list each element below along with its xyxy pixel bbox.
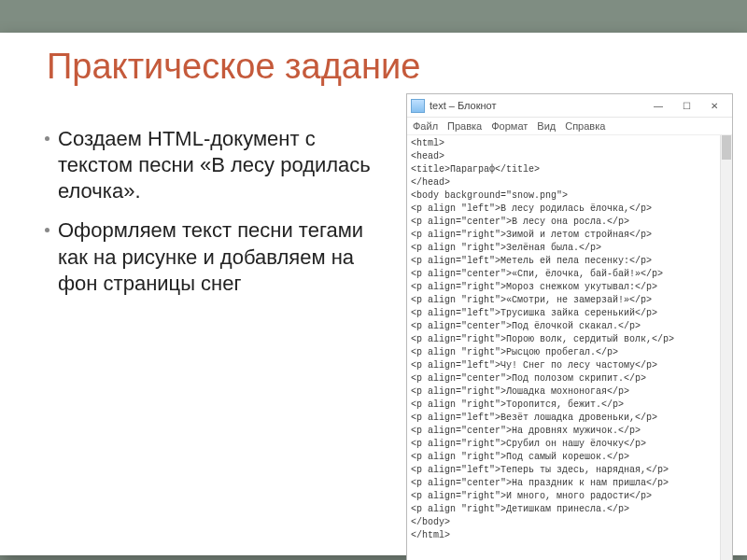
code-line: <p align="center">Под полозом скрипит.</… bbox=[411, 372, 717, 385]
code-line: <p align="left">Метель ей пела песенку:<… bbox=[411, 255, 717, 268]
code-line: <head> bbox=[411, 150, 717, 163]
list-item: Оформляем текст песни тегами как на рису… bbox=[45, 217, 390, 296]
minimize-button[interactable]: — bbox=[644, 96, 672, 115]
menu-help[interactable]: Справка bbox=[565, 120, 605, 132]
code-line: <p align="left">Трусишка зайка серенький… bbox=[411, 307, 717, 320]
code-line: <p align "right">Рысцою пробегал.</p> bbox=[411, 346, 717, 359]
vertical-scrollbar[interactable] bbox=[720, 135, 732, 560]
code-line: <p align="left">Везёт лошадка дровеньки,… bbox=[411, 412, 717, 425]
code-line: <p align "right">Детишкам принесла.</p> bbox=[411, 503, 717, 516]
code-line: <p align="right">Мороз снежком укутывал:… bbox=[411, 281, 717, 294]
code-line: <p align="right">Лошадка мохноногая</p> bbox=[411, 385, 717, 399]
code-line: <p align "right">Под самый корешок.</p> bbox=[411, 451, 717, 464]
code-line: <body background="snow.png"> bbox=[411, 189, 717, 203]
code-line: <title>Параграф</title> bbox=[411, 163, 717, 176]
menu-edit[interactable]: Правка bbox=[447, 120, 482, 132]
code-line: <p align "right">«Смотри, не замерзай!»<… bbox=[411, 294, 717, 307]
code-line: <p align="right">Срубил он нашу ёлочку</… bbox=[411, 438, 717, 451]
code-line: <html> bbox=[411, 137, 717, 150]
notepad-editor[interactable]: <html><head><title>Параграф</title></hea… bbox=[407, 135, 721, 560]
menu-file[interactable]: Файл bbox=[413, 120, 438, 132]
code-line: <p align="center">На дровнях мужичок.</p… bbox=[411, 425, 717, 438]
scrollbar-thumb[interactable] bbox=[722, 135, 731, 160]
code-line: <p align="center">На праздник к нам приш… bbox=[411, 477, 717, 490]
notepad-titlebar: text – Блокнот — ☐ ✕ bbox=[407, 94, 732, 118]
code-line: <p align "right">Зелёная была.</p> bbox=[411, 242, 717, 255]
notepad-app-icon bbox=[411, 99, 425, 113]
maximize-button[interactable]: ☐ bbox=[672, 96, 700, 115]
code-line: <p align "right">Торопится, бежит.</p> bbox=[411, 399, 717, 412]
code-line: </body> bbox=[411, 516, 717, 529]
code-line: <p align="right">И много, много радости<… bbox=[411, 490, 717, 503]
code-line: <p align="center">В лесу она росла.</p> bbox=[411, 216, 717, 229]
code-line: <p align="left">Теперь ты здесь, нарядна… bbox=[411, 464, 717, 477]
code-line: <p align="right">Порою волк, сердитый во… bbox=[411, 333, 717, 346]
menu-format[interactable]: Формат bbox=[491, 120, 528, 132]
slide: Практическое задание Создаем HTML-докуме… bbox=[0, 33, 747, 555]
notepad-window: text – Блокнот — ☐ ✕ Файл Правка Формат … bbox=[406, 93, 733, 560]
code-line: </html> bbox=[411, 529, 717, 542]
code-line: <p align "left">В лесу родилась ёлочка,<… bbox=[411, 203, 717, 216]
page-title: Практическое задание bbox=[47, 47, 420, 87]
list-item: Создаем HTML-документ с текстом песни «В… bbox=[45, 126, 390, 204]
code-line: <p align="right">Зимой и летом стройная<… bbox=[411, 229, 717, 242]
notepad-title-text: text – Блокнот bbox=[430, 100, 497, 111]
code-line: <p align="center">Под ёлочкой скакал.</p… bbox=[411, 320, 717, 333]
code-line: <p align="left">Чу! Снег по лесу частому… bbox=[411, 359, 717, 372]
close-button[interactable]: ✕ bbox=[700, 96, 728, 115]
code-line: </head> bbox=[411, 176, 717, 189]
bullet-list: Создаем HTML-документ с текстом песни «В… bbox=[45, 126, 390, 310]
code-line: <p align="center">«Спи, ёлочка, бай-бай!… bbox=[411, 268, 717, 281]
menu-view[interactable]: Вид bbox=[537, 120, 556, 132]
notepad-menu: Файл Правка Формат Вид Справка bbox=[407, 118, 732, 135]
